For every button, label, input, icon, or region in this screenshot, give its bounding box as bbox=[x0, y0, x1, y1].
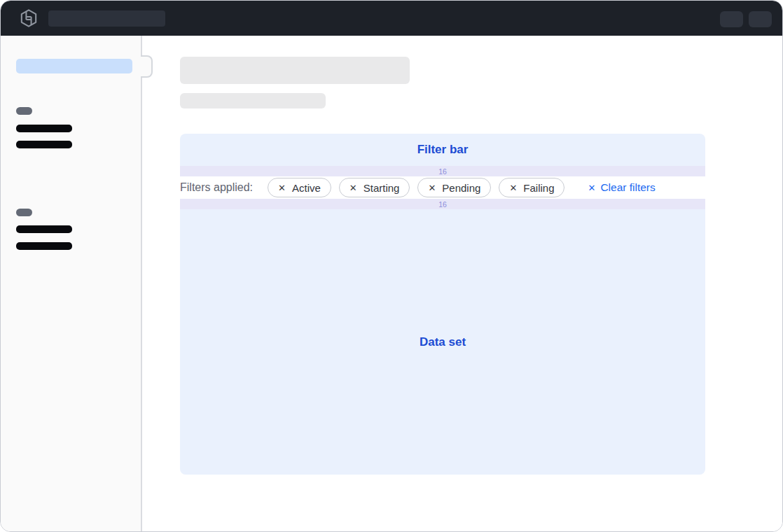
sidebar-section-label-skeleton-1 bbox=[16, 107, 32, 115]
sidebar-item-selected[interactable] bbox=[16, 59, 132, 74]
app-window: Filter bar 16 Filters applied: ✕ Active … bbox=[0, 0, 783, 532]
topbar-button-1[interactable] bbox=[720, 11, 743, 27]
filter-pill-active[interactable]: ✕ Active bbox=[268, 178, 331, 197]
dismiss-icon: ✕ bbox=[509, 183, 517, 192]
filter-pill-pending[interactable]: ✕ Pending bbox=[417, 178, 491, 197]
filter-pill-failing[interactable]: ✕ Failing bbox=[499, 178, 564, 197]
spacing-indicator-bottom: 16 bbox=[180, 199, 705, 209]
filter-bar-placeholder: Filter bar bbox=[180, 134, 705, 166]
spacing-value: 16 bbox=[438, 200, 447, 209]
filter-pill-label: Pending bbox=[442, 182, 480, 194]
search-input[interactable] bbox=[48, 10, 165, 27]
hashicorp-logo-icon[interactable] bbox=[20, 9, 38, 27]
topbar-button-2[interactable] bbox=[749, 11, 772, 27]
spacing-value: 16 bbox=[438, 167, 447, 176]
sidebar-item-skeleton-2 bbox=[16, 141, 72, 148]
filter-section: Filter bar 16 Filters applied: ✕ Active … bbox=[180, 134, 705, 475]
clear-icon: ✕ bbox=[588, 183, 595, 192]
spacing-indicator-top: 16 bbox=[180, 166, 705, 176]
dismiss-icon: ✕ bbox=[278, 183, 286, 192]
filters-applied-label: Filters applied: bbox=[180, 181, 253, 194]
data-set-placeholder: Data set bbox=[180, 209, 705, 475]
page-subtitle-skeleton bbox=[180, 93, 326, 108]
dismiss-icon: ✕ bbox=[428, 183, 436, 192]
dismiss-icon: ✕ bbox=[349, 183, 357, 192]
filter-pill-label: Starting bbox=[363, 182, 400, 194]
page-title-skeleton bbox=[180, 57, 410, 84]
filter-pill-label: Active bbox=[292, 182, 321, 194]
clear-filters-link[interactable]: ✕ Clear filters bbox=[588, 181, 655, 194]
filters-applied-row: Filters applied: ✕ Active ✕ Starting ✕ P… bbox=[180, 176, 705, 199]
sidebar bbox=[1, 36, 142, 531]
sidebar-item-skeleton-4 bbox=[16, 242, 72, 250]
sidebar-section-label-skeleton-2 bbox=[16, 209, 32, 216]
topbar-actions bbox=[720, 11, 772, 27]
sidebar-item-skeleton-3 bbox=[16, 225, 72, 233]
main-content: Filter bar 16 Filters applied: ✕ Active … bbox=[142, 36, 782, 531]
filter-bar-label: Filter bar bbox=[417, 143, 469, 157]
topbar bbox=[1, 1, 782, 36]
data-set-label: Data set bbox=[420, 335, 466, 349]
clear-filters-label: Clear filters bbox=[600, 181, 655, 194]
sidebar-item-skeleton-1 bbox=[16, 125, 72, 132]
sidebar-collapse-handle[interactable] bbox=[141, 55, 153, 78]
filter-pill-label: Failing bbox=[523, 182, 554, 194]
filter-pill-starting[interactable]: ✕ Starting bbox=[339, 178, 410, 197]
